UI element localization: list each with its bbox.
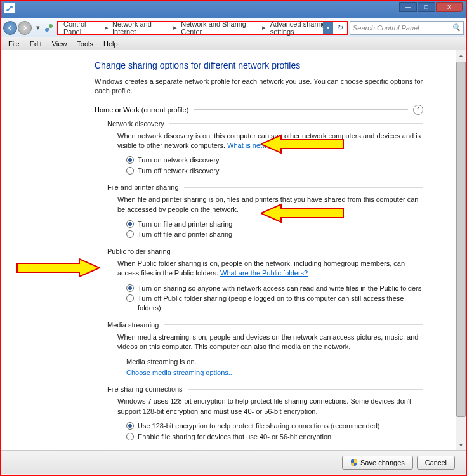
navbar: ▾ Control Panel ▸ Network and Internet ▸… xyxy=(1,18,466,37)
close-button[interactable]: X xyxy=(436,2,463,12)
svg-marker-7 xyxy=(17,259,100,277)
link-media-streaming-options[interactable]: Choose media streaming options... xyxy=(126,369,234,376)
menubar: File Edit View Tools Help xyxy=(1,37,466,50)
scroll-up-icon[interactable]: ▲ xyxy=(456,50,466,60)
scrollbar[interactable]: ▲ ▼ xyxy=(456,50,466,450)
radio-public-folder-on[interactable]: Turn on sharing so anyone with network a… xyxy=(126,284,423,293)
section-title: File sharing connections xyxy=(107,385,183,393)
radio-label: Turn on sharing so anyone with network a… xyxy=(138,284,421,293)
breadcrumb-history-dropdown[interactable]: ▾ xyxy=(323,22,333,34)
refresh-icon[interactable]: ↻ xyxy=(334,22,346,34)
radio-encryption-4056[interactable]: Enable file sharing for devices that use… xyxy=(126,432,423,442)
button-label: Save changes xyxy=(360,459,405,466)
radio-public-folder-off[interactable]: Turn off Public folder sharing (people l… xyxy=(126,294,423,314)
section-description: When media streaming is on, people and d… xyxy=(117,333,423,352)
media-streaming-status: Media streaming is on. xyxy=(126,357,423,367)
nav-history-dropdown[interactable]: ▾ xyxy=(34,21,42,35)
section-title: Network discovery xyxy=(107,120,164,128)
profile-label: Home or Work (current profile) xyxy=(95,106,188,114)
maximize-button[interactable]: □ xyxy=(418,2,435,12)
crumb-separator-icon[interactable]: ▸ xyxy=(172,23,179,32)
section-password-protected-sharing: Password protected sharing When password… xyxy=(107,449,423,450)
menu-edit[interactable]: Edit xyxy=(25,40,47,48)
divider xyxy=(169,123,423,124)
search-icon: 🔍 xyxy=(452,23,461,32)
menu-tools[interactable]: Tools xyxy=(72,40,98,48)
nav-back-button[interactable] xyxy=(3,21,17,35)
divider xyxy=(164,324,423,325)
button-label: Cancel xyxy=(425,459,447,466)
search-input[interactable]: Search Control Panel 🔍 xyxy=(350,21,464,35)
menu-help[interactable]: Help xyxy=(98,40,123,48)
section-title: File and printer sharing xyxy=(107,183,179,191)
divider xyxy=(188,389,423,390)
radio-network-discovery-on[interactable]: Turn on network discovery xyxy=(126,155,423,165)
annotation-arrow-icon xyxy=(11,256,100,279)
minimize-button[interactable]: — xyxy=(399,2,417,12)
radio-icon xyxy=(126,294,134,302)
profile-header: Home or Work (current profile) ⌃ xyxy=(95,105,423,115)
radio-label: Turn on file and printer sharing xyxy=(138,220,232,229)
section-public-folder-sharing: Public folder sharing When Public folder… xyxy=(107,248,423,314)
divider xyxy=(184,187,423,188)
radio-network-discovery-off[interactable]: Turn off network discovery xyxy=(126,166,423,176)
collapse-button[interactable]: ⌃ xyxy=(413,105,423,115)
divider xyxy=(176,251,423,251)
link-what-are-public-folders[interactable]: What are the Public folders? xyxy=(220,269,308,277)
radio-label: Turn off Public folder sharing (people l… xyxy=(138,294,423,314)
link-what-is-network-discovery[interactable]: What is network discovery? xyxy=(227,142,312,149)
scroll-down-icon[interactable]: ▼ xyxy=(456,440,466,450)
radio-icon xyxy=(126,220,134,228)
crumb-network-internet[interactable]: Network and Internet xyxy=(110,20,172,36)
section-description: When Public folder sharing is on, people… xyxy=(117,259,423,279)
section-title: Media streaming xyxy=(107,321,159,329)
section-title: Password protected sharing xyxy=(107,449,194,450)
divider xyxy=(194,109,408,110)
titlebar: — □ X xyxy=(1,1,466,18)
page-description: Windows creates a separate network profi… xyxy=(95,77,423,96)
crumb-control-panel[interactable]: Control Panel xyxy=(61,20,103,36)
crumb-separator-icon[interactable]: ▸ xyxy=(103,23,110,32)
radio-icon xyxy=(126,433,134,440)
crumb-sharing-center[interactable]: Network and Sharing Center xyxy=(178,20,261,36)
radio-file-printer-on[interactable]: Turn on file and printer sharing xyxy=(126,220,423,229)
window-icon xyxy=(4,3,15,13)
nav-forward-button[interactable] xyxy=(18,21,32,35)
content-area: Change sharing options for different net… xyxy=(1,50,466,450)
section-file-sharing-connections: File sharing connections Windows 7 uses … xyxy=(107,385,423,442)
radio-icon xyxy=(126,156,134,164)
radio-icon xyxy=(126,230,134,238)
radio-label: Turn off network discovery xyxy=(138,166,219,176)
radio-label: Turn off file and printer sharing xyxy=(138,230,232,239)
control-panel-icon[interactable] xyxy=(43,22,55,34)
scrollbar-thumb[interactable] xyxy=(456,62,466,417)
section-description: When network discovery is on, this compu… xyxy=(117,131,423,151)
cancel-button[interactable]: Cancel xyxy=(417,456,455,470)
radio-icon xyxy=(126,167,134,175)
radio-label: Turn on network discovery xyxy=(138,155,220,165)
radio-label: Enable file sharing for devices that use… xyxy=(138,432,331,442)
section-description: Windows 7 uses 128-bit encryption to hel… xyxy=(117,397,423,416)
radio-encryption-128[interactable]: Use 128-bit encryption to help protect f… xyxy=(126,421,423,431)
radio-label: Use 128-bit encryption to help protect f… xyxy=(138,421,380,431)
menu-view[interactable]: View xyxy=(47,40,72,48)
shield-icon xyxy=(350,459,358,466)
page-title: Change sharing options for different net… xyxy=(95,60,449,70)
section-media-streaming: Media streaming When media streaming is … xyxy=(107,321,423,378)
section-network-discovery: Network discovery When network discovery… xyxy=(107,120,423,176)
radio-icon xyxy=(126,284,134,292)
crumb-separator-icon[interactable]: ▸ xyxy=(261,23,268,32)
radio-file-printer-off[interactable]: Turn off file and printer sharing xyxy=(126,230,423,239)
menu-file[interactable]: File xyxy=(3,40,25,48)
search-placeholder: Search Control Panel xyxy=(353,24,419,32)
section-file-printer-sharing: File and printer sharing When file and p… xyxy=(107,183,423,240)
breadcrumb[interactable]: Control Panel ▸ Network and Internet ▸ N… xyxy=(57,21,348,35)
save-changes-button[interactable]: Save changes xyxy=(342,456,413,470)
section-title: Public folder sharing xyxy=(107,248,171,255)
section-description: When file and printer sharing is on, fil… xyxy=(117,195,423,215)
bottom-bar: Save changes Cancel xyxy=(1,450,466,474)
radio-icon xyxy=(126,422,134,430)
